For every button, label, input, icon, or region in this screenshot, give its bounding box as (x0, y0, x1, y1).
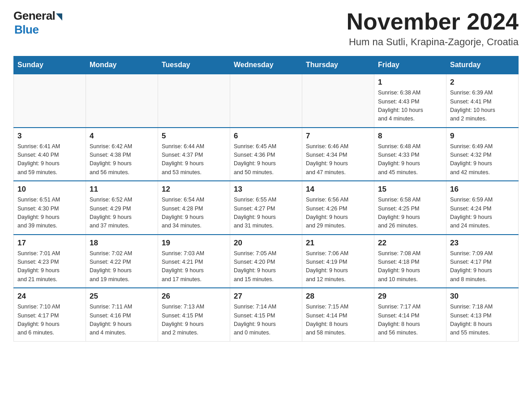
calendar-day-cell: 16Sunrise: 6:59 AM Sunset: 4:24 PM Dayli… (446, 181, 519, 235)
day-info: Sunrise: 6:49 AM Sunset: 4:32 PM Dayligh… (450, 142, 515, 177)
day-number: 2 (450, 78, 515, 87)
calendar-day-cell: 24Sunrise: 7:10 AM Sunset: 4:17 PM Dayli… (14, 288, 86, 341)
day-number: 30 (450, 292, 515, 301)
day-number: 20 (234, 239, 298, 248)
day-info: Sunrise: 7:14 AM Sunset: 4:15 PM Dayligh… (234, 303, 298, 338)
day-info: Sunrise: 6:44 AM Sunset: 4:37 PM Dayligh… (162, 142, 226, 177)
day-info: Sunrise: 7:17 AM Sunset: 4:14 PM Dayligh… (378, 303, 442, 338)
day-number: 3 (17, 132, 82, 141)
calendar-day-cell: 25Sunrise: 7:11 AM Sunset: 4:16 PM Dayli… (86, 288, 158, 341)
calendar-day-cell: 21Sunrise: 7:06 AM Sunset: 4:19 PM Dayli… (302, 235, 374, 288)
day-number: 27 (234, 292, 298, 301)
calendar-body: 1Sunrise: 6:38 AM Sunset: 4:43 PM Daylig… (14, 74, 519, 341)
calendar-table: SundayMondayTuesdayWednesdayThursdayFrid… (13, 56, 519, 342)
logo-blue-text: Blue (14, 23, 39, 37)
day-info: Sunrise: 6:38 AM Sunset: 4:43 PM Dayligh… (378, 89, 442, 124)
day-info: Sunrise: 6:51 AM Sunset: 4:30 PM Dayligh… (17, 196, 82, 231)
calendar-day-cell: 26Sunrise: 7:13 AM Sunset: 4:15 PM Dayli… (158, 288, 230, 341)
day-info: Sunrise: 7:01 AM Sunset: 4:23 PM Dayligh… (17, 249, 82, 284)
calendar-day-cell: 19Sunrise: 7:03 AM Sunset: 4:21 PM Dayli… (158, 235, 230, 288)
calendar-day-header: Tuesday (158, 56, 230, 74)
day-number: 17 (17, 239, 82, 248)
calendar-header: SundayMondayTuesdayWednesdayThursdayFrid… (14, 56, 519, 74)
calendar-week-row: 10Sunrise: 6:51 AM Sunset: 4:30 PM Dayli… (14, 181, 519, 235)
calendar-day-cell: 9Sunrise: 6:49 AM Sunset: 4:32 PM Daylig… (446, 128, 519, 181)
calendar-day-cell: 1Sunrise: 6:38 AM Sunset: 4:43 PM Daylig… (374, 74, 446, 128)
day-info: Sunrise: 6:58 AM Sunset: 4:25 PM Dayligh… (378, 196, 442, 231)
calendar-day-header: Sunday (14, 56, 86, 74)
day-number: 12 (162, 185, 226, 194)
day-info: Sunrise: 6:52 AM Sunset: 4:29 PM Dayligh… (90, 196, 154, 231)
day-info: Sunrise: 7:08 AM Sunset: 4:18 PM Dayligh… (378, 249, 442, 284)
day-number: 10 (17, 185, 82, 194)
calendar-day-cell (302, 74, 374, 128)
calendar-day-cell: 6Sunrise: 6:45 AM Sunset: 4:36 PM Daylig… (230, 128, 302, 181)
location-title: Hum na Sutli, Krapina-Zagorje, Croatia (347, 36, 519, 48)
day-number: 11 (90, 185, 154, 194)
day-info: Sunrise: 7:11 AM Sunset: 4:16 PM Dayligh… (90, 303, 154, 338)
calendar-day-cell: 12Sunrise: 6:54 AM Sunset: 4:28 PM Dayli… (158, 181, 230, 235)
day-info: Sunrise: 7:02 AM Sunset: 4:22 PM Dayligh… (90, 249, 154, 284)
calendar-day-cell: 30Sunrise: 7:18 AM Sunset: 4:13 PM Dayli… (446, 288, 519, 341)
calendar-day-header: Saturday (446, 56, 519, 74)
calendar-day-header: Monday (86, 56, 158, 74)
calendar-day-cell: 3Sunrise: 6:41 AM Sunset: 4:40 PM Daylig… (14, 128, 86, 181)
day-number: 26 (162, 292, 226, 301)
day-info: Sunrise: 6:42 AM Sunset: 4:38 PM Dayligh… (90, 142, 154, 177)
day-info: Sunrise: 7:15 AM Sunset: 4:14 PM Dayligh… (306, 303, 370, 338)
day-info: Sunrise: 6:56 AM Sunset: 4:26 PM Dayligh… (306, 196, 370, 231)
calendar-day-cell (14, 74, 86, 128)
calendar-day-cell: 4Sunrise: 6:42 AM Sunset: 4:38 PM Daylig… (86, 128, 158, 181)
day-info: Sunrise: 7:06 AM Sunset: 4:19 PM Dayligh… (306, 249, 370, 284)
calendar-day-cell (86, 74, 158, 128)
calendar-day-cell: 8Sunrise: 6:48 AM Sunset: 4:33 PM Daylig… (374, 128, 446, 181)
day-number: 14 (306, 185, 370, 194)
day-number: 7 (306, 132, 370, 141)
calendar-day-cell: 27Sunrise: 7:14 AM Sunset: 4:15 PM Dayli… (230, 288, 302, 341)
day-info: Sunrise: 7:13 AM Sunset: 4:15 PM Dayligh… (162, 303, 226, 338)
calendar-week-row: 17Sunrise: 7:01 AM Sunset: 4:23 PM Dayli… (14, 235, 519, 288)
day-number: 9 (450, 132, 515, 141)
day-info: Sunrise: 7:05 AM Sunset: 4:20 PM Dayligh… (234, 249, 298, 284)
calendar-day-cell: 17Sunrise: 7:01 AM Sunset: 4:23 PM Dayli… (14, 235, 86, 288)
calendar-day-cell: 11Sunrise: 6:52 AM Sunset: 4:29 PM Dayli… (86, 181, 158, 235)
calendar-day-cell: 7Sunrise: 6:46 AM Sunset: 4:34 PM Daylig… (302, 128, 374, 181)
calendar-day-cell: 14Sunrise: 6:56 AM Sunset: 4:26 PM Dayli… (302, 181, 374, 235)
calendar-day-cell: 5Sunrise: 6:44 AM Sunset: 4:37 PM Daylig… (158, 128, 230, 181)
day-info: Sunrise: 7:10 AM Sunset: 4:17 PM Dayligh… (17, 303, 82, 338)
calendar-day-cell: 20Sunrise: 7:05 AM Sunset: 4:20 PM Dayli… (230, 235, 302, 288)
day-info: Sunrise: 6:45 AM Sunset: 4:36 PM Dayligh… (234, 142, 298, 177)
day-number: 22 (378, 239, 442, 248)
day-info: Sunrise: 7:03 AM Sunset: 4:21 PM Dayligh… (162, 249, 226, 284)
calendar-day-cell: 13Sunrise: 6:55 AM Sunset: 4:27 PM Dayli… (230, 181, 302, 235)
calendar-day-cell: 28Sunrise: 7:15 AM Sunset: 4:14 PM Dayli… (302, 288, 374, 341)
calendar-day-cell: 22Sunrise: 7:08 AM Sunset: 4:18 PM Dayli… (374, 235, 446, 288)
calendar-week-row: 3Sunrise: 6:41 AM Sunset: 4:40 PM Daylig… (14, 128, 519, 181)
day-number: 25 (90, 292, 154, 301)
day-info: Sunrise: 7:18 AM Sunset: 4:13 PM Dayligh… (450, 303, 515, 338)
title-block: November 2024 Hum na Sutli, Krapina-Zago… (347, 9, 519, 48)
day-info: Sunrise: 6:55 AM Sunset: 4:27 PM Dayligh… (234, 196, 298, 231)
calendar-day-header: Thursday (302, 56, 374, 74)
month-title: November 2024 (347, 9, 519, 34)
calendar-day-cell: 10Sunrise: 6:51 AM Sunset: 4:30 PM Dayli… (14, 181, 86, 235)
calendar-day-cell: 15Sunrise: 6:58 AM Sunset: 4:25 PM Dayli… (374, 181, 446, 235)
calendar-day-cell: 2Sunrise: 6:39 AM Sunset: 4:41 PM Daylig… (446, 74, 519, 128)
day-number: 21 (306, 239, 370, 248)
calendar-day-cell: 29Sunrise: 7:17 AM Sunset: 4:14 PM Dayli… (374, 288, 446, 341)
day-number: 15 (378, 185, 442, 194)
logo-arrow-icon (56, 13, 62, 21)
page-header: General Blue November 2024 Hum na Sutli,… (13, 9, 519, 48)
day-number: 19 (162, 239, 226, 248)
calendar-day-cell: 18Sunrise: 7:02 AM Sunset: 4:22 PM Dayli… (86, 235, 158, 288)
day-info: Sunrise: 6:39 AM Sunset: 4:41 PM Dayligh… (450, 89, 515, 124)
day-number: 24 (17, 292, 82, 301)
day-number: 5 (162, 132, 226, 141)
calendar-day-cell (158, 74, 230, 128)
calendar-day-cell (230, 74, 302, 128)
day-number: 28 (306, 292, 370, 301)
day-info: Sunrise: 7:09 AM Sunset: 4:17 PM Dayligh… (450, 249, 515, 284)
day-info: Sunrise: 6:48 AM Sunset: 4:33 PM Dayligh… (378, 142, 442, 177)
calendar-week-row: 24Sunrise: 7:10 AM Sunset: 4:17 PM Dayli… (14, 288, 519, 341)
day-number: 6 (234, 132, 298, 141)
